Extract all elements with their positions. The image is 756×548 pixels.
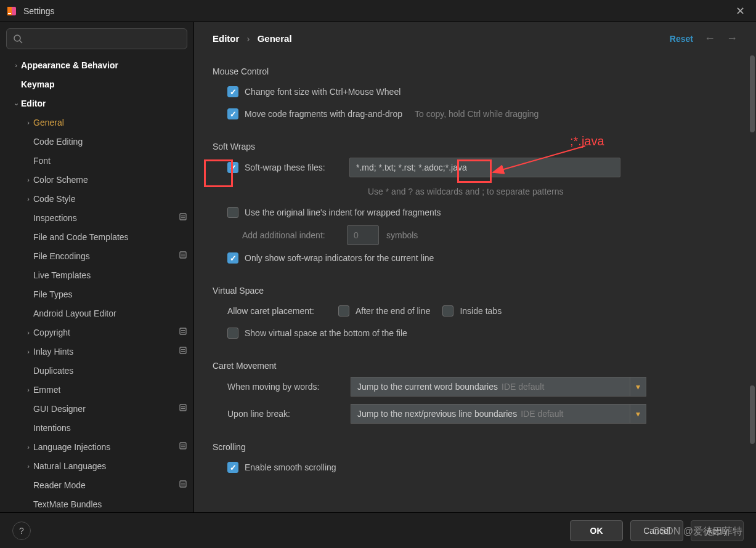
sidebar-item-font[interactable]: Font — [0, 151, 193, 170]
softwrap-label[interactable]: Soft-wrap these files: — [245, 163, 349, 172]
svg-rect-20 — [180, 443, 186, 449]
modified-icon — [179, 327, 187, 337]
sidebar-item-label: Reader Mode — [33, 480, 86, 490]
apply-button[interactable]: Apply — [691, 520, 744, 541]
svg-rect-25 — [181, 485, 185, 485]
svg-rect-6 — [181, 216, 185, 216]
additional-indent-input[interactable] — [347, 225, 379, 245]
svg-rect-5 — [180, 214, 186, 220]
softwrap-patterns-input[interactable] — [349, 158, 620, 177]
chevron-right-icon: › — [23, 348, 33, 355]
sidebar-item-duplicates[interactable]: Duplicates — [0, 361, 193, 380]
nav-forward-icon[interactable]: → — [726, 32, 738, 45]
settings-tree[interactable]: ›Appearance & BehaviorKeymap⌄Editor›Gene… — [0, 55, 193, 512]
show-virtual-space-label[interactable]: Show virtual space at the bottom of the … — [245, 328, 407, 338]
sidebar-item-file-types[interactable]: File Types — [0, 284, 193, 304]
chevron-down-icon: ▾ — [630, 405, 646, 423]
sidebar-item-color-scheme[interactable]: ›Color Scheme — [0, 170, 193, 189]
sidebar-item-label: Intentions — [33, 423, 71, 433]
use-original-indent-label[interactable]: Use the original line's indent for wrapp… — [245, 208, 441, 217]
modified-icon — [179, 212, 187, 223]
sidebar-item-reader-mode[interactable]: Reader Mode — [0, 475, 193, 494]
by-words-select[interactable]: Jump to the current word boundaries IDE … — [351, 377, 646, 397]
breadcrumb-root[interactable]: Editor — [213, 33, 239, 44]
cancel-button[interactable]: Cancel — [630, 520, 683, 541]
chevron-right-icon: › — [23, 386, 33, 393]
scrollbar[interactable] — [749, 55, 756, 512]
sidebar-item-general[interactable]: ›General — [0, 113, 193, 132]
sidebar-item-editor[interactable]: ⌄Editor — [0, 94, 193, 113]
softwrap-checkbox[interactable] — [227, 162, 238, 173]
move-fragments-label[interactable]: Move code fragments with drag-and-drop — [245, 109, 402, 119]
svg-rect-11 — [180, 328, 186, 334]
add-indent-suffix: symbols — [386, 230, 418, 240]
sidebar-item-gui-designer[interactable]: GUI Designer — [0, 399, 193, 418]
ok-button[interactable]: OK — [570, 520, 623, 541]
svg-rect-13 — [181, 332, 185, 332]
search-icon — [13, 34, 23, 44]
after-eol-label[interactable]: After the end of line — [356, 306, 430, 316]
svg-point-3 — [14, 35, 20, 41]
sidebar-item-emmet[interactable]: ›Emmet — [0, 380, 193, 399]
help-button[interactable]: ? — [12, 522, 31, 540]
inside-tabs-checkbox[interactable] — [442, 305, 453, 316]
smooth-scrolling-label[interactable]: Enable smooth scrolling — [245, 462, 336, 472]
sidebar-item-natural-languages[interactable]: ›Natural Languages — [0, 456, 193, 475]
only-show-indicators-checkbox[interactable] — [227, 252, 238, 264]
sidebar-item-copyright[interactable]: ›Copyright — [0, 323, 193, 342]
close-button[interactable]: ✕ — [731, 2, 750, 20]
nav-back-icon[interactable]: ← — [704, 32, 715, 45]
sidebar-item-label: Appearance & Behavior — [21, 60, 118, 70]
after-eol-checkbox[interactable] — [338, 305, 349, 316]
svg-rect-21 — [181, 445, 185, 445]
change-font-checkbox[interactable] — [227, 86, 238, 97]
modified-icon — [179, 441, 187, 452]
sidebar-item-live-templates[interactable]: Live Templates — [0, 265, 193, 284]
sidebar-item-inlay-hints[interactable]: ›Inlay Hints — [0, 342, 193, 361]
content-header: Editor › General Reset ← → — [194, 22, 756, 55]
svg-rect-8 — [180, 252, 186, 258]
svg-rect-18 — [181, 406, 185, 407]
move-fragments-checkbox[interactable] — [227, 108, 238, 119]
section-caret-movement: Caret Movement — [213, 361, 738, 371]
sidebar-item-keymap[interactable]: Keymap — [0, 75, 193, 94]
sidebar-item-android-layout-editor[interactable]: Android Layout Editor — [0, 304, 193, 323]
sidebar-item-code-editing[interactable]: Code Editing — [0, 132, 193, 151]
show-virtual-space-checkbox[interactable] — [227, 328, 238, 339]
chevron-right-icon: › — [23, 119, 33, 126]
sidebar-item-file-encodings[interactable]: File Encodings — [0, 246, 193, 265]
change-font-label[interactable]: Change font size with Ctrl+Mouse Wheel — [245, 87, 400, 97]
sidebar-item-inspections[interactable]: Inspections — [0, 208, 193, 227]
svg-line-4 — [20, 41, 22, 43]
modified-icon — [179, 403, 187, 414]
sidebar-item-textmate-bundles[interactable]: TextMate Bundles — [0, 494, 193, 512]
svg-rect-2 — [8, 13, 11, 14]
section-mouse-control: Mouse Control — [213, 66, 738, 76]
svg-rect-16 — [181, 351, 185, 352]
line-break-select[interactable]: Jump to the next/previous line boundarie… — [351, 404, 646, 424]
window-title: Settings — [23, 6, 55, 16]
sidebar-item-label: Copyright — [33, 328, 70, 337]
titlebar: Settings ✕ — [0, 0, 756, 22]
reset-link[interactable]: Reset — [670, 34, 693, 44]
move-fragments-hint: To copy, hold Ctrl while dragging — [415, 109, 539, 119]
search-input[interactable] — [6, 28, 187, 49]
sidebar-item-language-injections[interactable]: ›Language Injections — [0, 437, 193, 456]
sidebar-item-label: GUI Designer — [33, 404, 86, 414]
smooth-scrolling-checkbox[interactable] — [227, 462, 238, 473]
sidebar-item-code-style[interactable]: ›Code Style — [0, 189, 193, 208]
sidebar-item-file-and-code-templates[interactable]: File and Code Templates — [0, 227, 193, 246]
svg-rect-22 — [181, 446, 185, 447]
sidebar-item-intentions[interactable]: Intentions — [0, 418, 193, 437]
sidebar-item-label: Inspections — [33, 213, 77, 223]
use-original-indent-checkbox[interactable] — [227, 207, 238, 218]
only-show-indicators-label[interactable]: Only show soft-wrap indicators for the c… — [245, 253, 434, 263]
svg-rect-24 — [181, 483, 185, 483]
line-break-label: Upon line break: — [227, 409, 351, 419]
sidebar-item-appearance-behavior[interactable]: ›Appearance & Behavior — [0, 55, 193, 75]
by-words-label: When moving by words: — [227, 382, 351, 392]
inside-tabs-label[interactable]: Inside tabs — [460, 306, 502, 316]
modified-icon — [179, 346, 187, 357]
chevron-down-icon: ⌄ — [11, 99, 21, 107]
chevron-down-icon: ▾ — [630, 377, 646, 396]
